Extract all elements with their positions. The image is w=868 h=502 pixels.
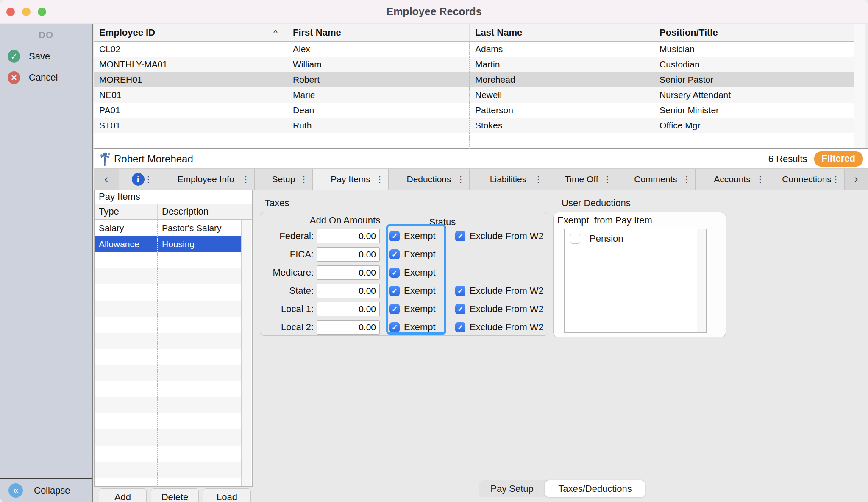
table-row[interactable]: MOREH01RobertMoreheadSenior Pastor [94,72,868,87]
exempt-checkbox-local-1[interactable]: ✓ [389,304,400,314]
tax-label: FICA: [260,246,314,263]
amount-input-federal[interactable] [317,229,380,243]
exclude-w2-label: Exclude From W2 [470,231,544,242]
pay-item-empty-row [95,397,241,413]
tab-overflow-icon[interactable]: ⋮ [534,169,542,190]
pay-item-description [157,252,241,268]
tab-accounts[interactable]: Accounts⋮ [696,169,769,190]
user-deductions-scrollbar[interactable] [697,229,706,332]
exempt-checkbox-state[interactable]: ✓ [389,286,400,296]
filtered-badge[interactable]: Filtered [814,151,863,167]
pay-item-description: Housing [157,236,241,252]
tab-overflow-icon[interactable]: ⋮ [144,169,153,190]
delete-button[interactable]: Delete [151,488,199,502]
table-row[interactable]: NE01MarieNewellNursery Attendant [94,87,868,103]
table-row[interactable]: MONTHLY-MA01WilliamMartinCustodian [94,57,868,72]
table-scrollbar-gutter[interactable] [854,24,865,148]
pay-item-type [95,462,157,478]
action-sidebar: DO ✓ Save ✕ Cancel « Collapse [0,24,93,502]
table-cell: MOREH01 [94,72,287,87]
footer-tab-pay-setup[interactable]: Pay Setup [479,480,545,497]
column-header-position-title[interactable]: Position/Title [654,24,854,41]
exempt-option: ✓Exempt [389,304,436,315]
amount-input-local-2[interactable] [317,320,380,335]
pay-item-type [95,429,157,446]
tab-label: Pay Items [331,174,370,184]
tab-label: Setup [272,174,295,184]
pay-item-empty-row [95,429,241,446]
tab-liabilities[interactable]: Liabilities⋮ [470,169,547,190]
deduction-checkbox-pension[interactable] [570,234,580,244]
table-cell: Alex [287,42,469,57]
exempt-label: Exempt [404,304,436,315]
tab-time-off[interactable]: Time Off⋮ [547,169,616,190]
exclude-w2-checkbox-state[interactable]: ✓ [455,286,465,296]
pay-item-type [95,284,157,301]
pay-item-description [157,268,241,284]
tab-overflow-icon[interactable]: ⋮ [682,169,691,190]
exclude-w2-label: Exclude From W2 [470,285,544,296]
tab-pay-items[interactable]: Pay Items⋮ [313,169,389,190]
exempt-checkbox-fica[interactable]: ✓ [389,249,400,259]
pay-setup-taxes-tabs: Pay SetupTaxes/Deductions [479,480,645,497]
save-button[interactable]: ✓ Save [8,50,50,63]
tab-overflow-icon[interactable]: ⋮ [603,169,612,190]
exclude-w2-checkbox-local-1[interactable]: ✓ [455,304,465,314]
tab-deductions[interactable]: Deductions⋮ [389,169,470,190]
tax-label: Medicare: [260,264,314,281]
pay-item-row[interactable]: AllowanceHousing [95,236,241,252]
tab-record-info[interactable]: i⋮ [119,169,157,190]
column-header-last-name[interactable]: Last Name [469,24,654,41]
table-cell: Office Mgr [654,118,854,133]
amount-input-local-1[interactable] [317,302,380,316]
pay-items-scrollbar[interactable] [241,220,251,486]
tab-overflow-icon[interactable]: ⋮ [456,169,465,190]
tabs-back-button[interactable]: ‹ [94,169,119,190]
exempt-checkbox-medicare[interactable]: ✓ [389,268,400,278]
amount-input-medicare[interactable] [317,265,380,280]
tabs-forward-button[interactable]: › [845,169,868,190]
tab-overflow-icon[interactable]: ⋮ [376,169,384,190]
amount-input-fica[interactable] [317,247,380,262]
tab-employee-info[interactable]: Employee Info⋮ [157,169,255,190]
pay-item-type [95,252,157,268]
tab-connections[interactable]: Connections⋮ [769,169,845,190]
pay-item-empty-row [95,446,241,462]
tab-overflow-icon[interactable]: ⋮ [756,169,765,190]
tab-overflow-icon[interactable]: ⋮ [242,169,250,190]
collapse-sidebar-button[interactable]: « Collapse [0,478,92,502]
exempt-checkbox-federal[interactable]: ✓ [389,231,400,241]
cancel-button[interactable]: ✕ Cancel [8,71,58,84]
amount-input-state[interactable] [317,284,380,298]
tab-label: Accounts [714,174,750,184]
pay-item-row[interactable]: SalaryPastor's Salary [95,220,241,236]
table-row[interactable]: ST01RuthStokesOffice Mgr [94,118,868,133]
exempt-label: Exempt [404,267,436,278]
exclude-w2-checkbox-federal[interactable]: ✓ [455,231,465,241]
tab-setup[interactable]: Setup⋮ [255,169,313,190]
column-type[interactable]: Type [95,204,157,219]
tab-overflow-icon[interactable]: ⋮ [300,169,308,190]
user-deductions-list: Pension [564,229,707,333]
exclude-w2-option: ✓Exclude From W2 [455,231,544,242]
load-button[interactable]: Load [203,488,251,502]
table-cell: Dean [287,103,469,118]
add-button[interactable]: Add [99,488,147,502]
table-row[interactable]: CL02AlexAdamsMusician [94,42,868,57]
pay-item-description [157,365,241,381]
table-cell: Ruth [287,118,469,133]
column-header-employee-id[interactable]: Employee ID^ [94,24,287,41]
pay-item-description [157,397,241,413]
column-description[interactable]: Description [157,204,252,219]
exempt-checkbox-local-2[interactable]: ✓ [389,322,400,332]
column-header-first-name[interactable]: First Name [287,24,469,41]
user-deductions-section-label: User Deductions [562,198,631,209]
pay-item-type [95,301,157,317]
pay-item-type [95,381,157,397]
table-row[interactable]: PA01DeanPattersonSenior Minister [94,103,868,118]
exempt-label: Exempt [404,285,436,296]
footer-tab-taxes-deductions[interactable]: Taxes/Deductions [545,480,645,497]
tab-comments[interactable]: Comments⋮ [616,169,696,190]
tab-overflow-icon[interactable]: ⋮ [832,169,840,190]
exclude-w2-checkbox-local-2[interactable]: ✓ [455,322,465,332]
